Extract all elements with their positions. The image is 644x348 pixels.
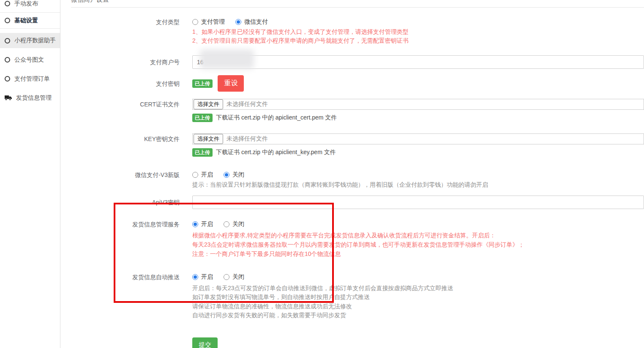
sidebar-item-label: 支付管理订单: [14, 75, 50, 83]
shipping-mgmt-note-2: 每天23点会定时请求微信服务器拉取一个月以内需要发货的订单到商城，也可手动更新在…: [192, 240, 644, 249]
pay-key-label: 支付密钥: [71, 79, 180, 88]
sidebar: 手动发布 基础设置 小程序数据助手 公众号图文 支付管理订单 发货信息管理: [0, 0, 60, 348]
sidebar-item-label: 发货信息管理: [16, 94, 52, 102]
radio-v3-on[interactable]: [192, 172, 198, 178]
shipping-mgmt-note-3: 注意：一个商户订单号下最多只能同时存在10个物流信息: [192, 249, 644, 258]
circle-icon: [5, 18, 10, 23]
radio-autopush-on[interactable]: [192, 274, 198, 280]
radio-autopush-on-label[interactable]: 开启: [201, 273, 213, 281]
uploaded-badge: 已上传: [192, 114, 213, 122]
no-file-text: 未选择任何文件: [226, 101, 268, 108]
choose-file-button[interactable]: 选择文件: [194, 99, 223, 109]
settings-form: 微信商户设置 支付类型 支付管理 微信支付 1、如果小程序里已经没有了微信支付入…: [61, 0, 644, 348]
no-file-text: 未选择任何文件: [226, 135, 268, 143]
radio-v3-off-label[interactable]: 关闭: [232, 171, 244, 179]
radio-v3-on-label[interactable]: 开启: [201, 171, 213, 179]
key-file-label: KEY密钥文件: [71, 133, 180, 157]
radio-wechat-pay-label[interactable]: 微信支付: [244, 18, 268, 26]
shipping-autopush-label: 发货信息自动推送: [71, 273, 180, 320]
pay-type-note-1: 1、如果小程序里已经没有了微信支付入口，变成了支付管理，请选择支付管理类型: [192, 27, 644, 36]
row-pay-type: 支付类型 支付管理 微信支付 1、如果小程序里已经没有了微信支付入口，变成了支付…: [71, 18, 644, 45]
truck-icon: [5, 95, 12, 101]
choose-file-button[interactable]: 选择文件: [194, 134, 223, 144]
row-pay-key: 支付密钥 已上传 重设: [71, 75, 644, 92]
shipping-mgmt-radio-group: 开启 关闭: [192, 220, 644, 228]
radio-v3-off[interactable]: [224, 172, 229, 178]
sidebar-item-official-account-articles[interactable]: 公众号图文: [0, 50, 60, 69]
page-title: 微信商户设置: [71, 0, 644, 4]
title-divider: [71, 7, 644, 8]
key-file-input[interactable]: 选择文件 未选择任何文件: [192, 133, 644, 144]
apiv3-key-input[interactable]: [192, 196, 644, 209]
pay-type-label: 支付类型: [71, 18, 180, 45]
shipping-mgmt-note-1: 根据微信小程序要求,特定类型的小程序需要在平台完成发货信息录入及确认收货流程后方…: [192, 231, 644, 240]
uploaded-badge: 已上传: [192, 148, 213, 157]
sidebar-item-label: 小程序数据助手: [14, 37, 56, 44]
row-shipping-mgmt: 发货信息管理服务 开启 关闭 根据微信小程序要求,特定类型的小程序需要在平台完成…: [71, 220, 644, 258]
v3-hint: 提示：当前设置只针对新版微信提现打款（商家转账到零钱功能），用着旧版（企业付款到…: [192, 180, 644, 190]
cert-file-label: CERT证书文件: [71, 99, 180, 122]
radio-shipping-mgmt-off-label[interactable]: 关闭: [232, 220, 244, 228]
sidebar-item-label: 手动发布: [14, 0, 38, 8]
circle-icon: [5, 38, 10, 44]
key-file-hint: 下载证书 cert.zip 中的 apiclient_key.pem 文件: [216, 149, 336, 156]
sidebar-item-shipping-info[interactable]: 发货信息管理: [0, 88, 60, 107]
cert-file-input[interactable]: 选择文件 未选择任何文件: [192, 99, 644, 110]
radio-shipping-mgmt-on[interactable]: [192, 221, 198, 227]
shipping-autopush-radio-group: 开启 关闭: [192, 273, 644, 281]
radio-wechat-pay[interactable]: [235, 19, 241, 25]
radio-shipping-mgmt-off[interactable]: [224, 221, 229, 227]
uploaded-badge: 已上传: [192, 79, 213, 88]
reset-key-button[interactable]: 重设: [218, 75, 244, 92]
radio-pay-manage[interactable]: [192, 19, 198, 25]
sidebar-item-payment-orders[interactable]: 支付管理订单: [0, 69, 60, 88]
row-v3: 微信支付-V3新版 开启 关闭 提示：当前设置只针对新版微信提现打款（商家转账到…: [71, 171, 644, 190]
v3-label: 微信支付-V3新版: [71, 171, 180, 190]
row-apiv3-key: ApiV3密钥: [71, 196, 644, 209]
radio-autopush-off[interactable]: [224, 274, 229, 280]
row-key-file: KEY密钥文件 选择文件 未选择任何文件 已上传 下载证书 cert.zip 中…: [71, 133, 644, 157]
pay-type-radio-group: 支付管理 微信支付: [192, 18, 644, 26]
merchant-id-input[interactable]: [192, 55, 644, 69]
cert-file-hint: 下载证书 cert.zip 中的 apiclient_cert.pem 文件: [216, 114, 337, 122]
sidebar-item-label: 基础设置: [14, 17, 38, 24]
submit-button[interactable]: 提交: [192, 337, 218, 348]
apiv3-key-label: ApiV3密钥: [71, 196, 180, 209]
radio-shipping-mgmt-on-label[interactable]: 开启: [201, 220, 213, 228]
sidebar-item-basic-settings[interactable]: 基础设置: [0, 13, 60, 29]
row-merchant-id: 支付商户号: [71, 55, 644, 69]
radio-autopush-off-label[interactable]: 关闭: [232, 273, 244, 281]
sidebar-item-label: 公众号图文: [14, 56, 44, 64]
circle-icon: [5, 76, 10, 82]
shipping-mgmt-label: 发货信息管理服务: [71, 220, 180, 258]
merchant-id-label: 支付商户号: [71, 55, 180, 69]
radio-pay-manage-label[interactable]: 支付管理: [201, 18, 225, 26]
v3-radio-group: 开启 关闭: [192, 171, 644, 179]
autopush-note-2: 如订单发货时没有填写物流单号，则自动推送时按用户自提方式推送: [192, 293, 644, 302]
autopush-note-3: 请保证订单物流信息的准确性，物流信息推送成功后无法修改: [192, 302, 644, 311]
pay-type-note-2: 2、支付管理目前只需要配置小程序里申请的商户号就能支付了，无需配置密钥证书: [192, 36, 644, 45]
circle-icon: [5, 57, 10, 63]
row-submit: 提交: [71, 337, 644, 348]
row-cert-file: CERT证书文件 选择文件 未选择任何文件 已上传 下载证书 cert.zip …: [71, 99, 644, 122]
circle-icon: [5, 1, 10, 6]
autopush-note-1: 开启后：每天23点可发货的订单会自动推送到微信，虚拟订单支付后会直接按虚拟商品方…: [192, 284, 644, 293]
sidebar-item-miniprogram-data-assistant[interactable]: 小程序数据助手: [0, 33, 60, 48]
sidebar-item-manual-publish[interactable]: 手动发布: [0, 0, 60, 13]
row-shipping-autopush: 发货信息自动推送 开启 关闭 开启后：每天23点可发货的订单会自动推送到微信，虚…: [71, 273, 644, 320]
autopush-note-4: 自动进行同步发货有失败的可能，如失败需要手动同步发货: [192, 311, 644, 320]
